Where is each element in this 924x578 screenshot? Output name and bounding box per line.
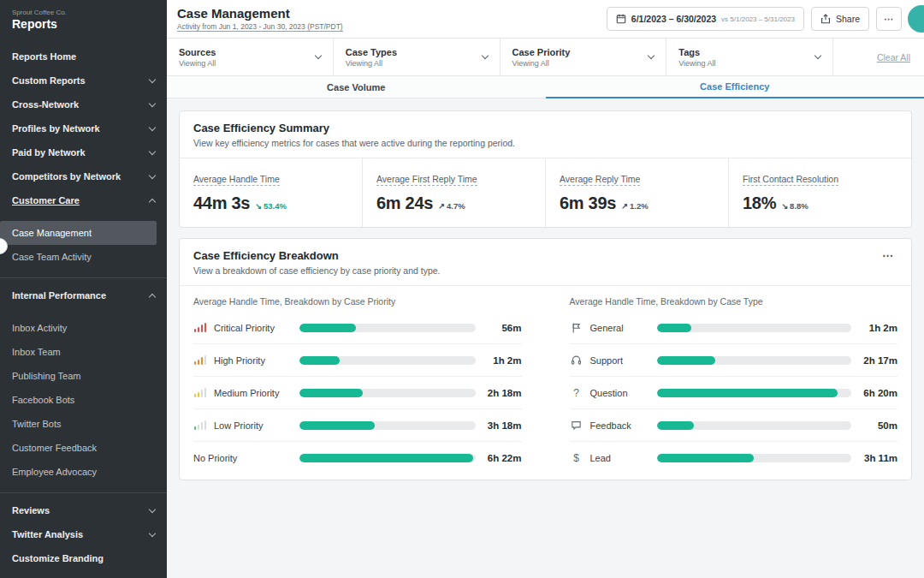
tab-case-volume[interactable]: Case Volume <box>167 76 546 98</box>
chevron-up-icon <box>149 293 156 300</box>
sidebar-item-label: Profiles by Network <box>12 123 100 134</box>
sidebar-item-facebook-bots[interactable]: Facebook Bots <box>0 388 167 412</box>
sidebar-item-label: Reviews <box>12 505 50 515</box>
report-tabs: Case Volume Case Efficiency <box>167 76 924 98</box>
app-window: Sprout Coffee Co. Reports Reports Home C… <box>0 0 924 578</box>
trend-up-icon: ↗ <box>438 201 445 211</box>
date-range-button[interactable]: 6/1/2023 – 6/30/2023 vs 5/1/2023 – 5/31/… <box>607 7 804 31</box>
sidebar: Sprout Coffee Co. Reports Reports Home C… <box>0 0 167 578</box>
priority-medium-icon <box>193 388 207 397</box>
priority-row-low: Low Priority 3h 18m <box>193 409 522 442</box>
sidebar-item-label: Employee Advocacy <box>12 467 97 477</box>
row-label: Medium Priority <box>214 388 293 398</box>
sidebar-item-custom-reports[interactable]: Custom Reports <box>0 69 167 92</box>
row-value: 1h 2m <box>858 323 897 333</box>
metric-label[interactable]: Average Handle Time <box>193 174 280 186</box>
row-value: 3h 11m <box>858 453 897 463</box>
sidebar-item-label: Case Team Activity <box>12 252 92 262</box>
filter-value: Viewing All <box>678 59 715 68</box>
metric-row: 6m 39s ↗1.2% <box>560 194 714 213</box>
sidebar-item-employee-advocacy[interactable]: Employee Advocacy <box>0 460 167 484</box>
clear-all-link[interactable]: Clear All <box>877 52 910 63</box>
breakdown-by-priority: Average Handle Time, Breakdown by Case P… <box>193 296 522 474</box>
chevron-down-icon <box>149 123 156 130</box>
bar-fill <box>299 356 340 365</box>
row-value: 56m <box>483 323 522 333</box>
filter-case-types[interactable]: Case Types Viewing All <box>334 39 500 75</box>
sidebar-item-label: Customer Care <box>12 195 80 206</box>
sidebar-item-customer-care[interactable]: Customer Care <box>0 188 167 212</box>
priority-row-none: No Priority 6h 22m <box>193 442 522 474</box>
row-label: Feedback <box>590 420 650 431</box>
headset-icon <box>570 355 583 366</box>
sidebar-item-case-management[interactable]: Case Management <box>0 221 157 245</box>
sidebar-item-reviews[interactable]: Reviews <box>0 492 167 522</box>
priority-row-critical: Critical Priority 56m <box>193 312 522 344</box>
delta-value: 4.7% <box>447 201 465 211</box>
card-subtitle: View key efficiency metrics for cases th… <box>193 138 515 148</box>
metric-delta: ↘8.8% <box>781 201 808 211</box>
sidebar-item-internal-performance[interactable]: Internal Performance <box>0 277 167 307</box>
breakdown-by-type: Average Handle Time, Breakdown by Case T… <box>570 296 898 474</box>
metric-label[interactable]: Average Reply Time <box>560 174 640 186</box>
sidebar-item-label: Publishing Team <box>12 371 81 381</box>
main-area: Case Management Activity from Jun 1, 202… <box>167 0 924 578</box>
sidebar-item-cross-network[interactable]: Cross-Network <box>0 92 167 116</box>
metric-delta: ↗4.7% <box>438 201 465 211</box>
sidebar-item-profiles-by-network[interactable]: Profiles by Network <box>0 116 167 140</box>
sidebar-item-label: Cross-Network <box>12 99 79 110</box>
filter-case-priority[interactable]: Case Priority Viewing All <box>500 39 667 75</box>
bar-fill <box>657 454 755 462</box>
sidebar-item-paid-by-network[interactable]: Paid by Network <box>0 140 167 164</box>
metric-average-reply-time: Average Reply Time 6m 39s ↗1.2% <box>546 158 729 227</box>
metric-first-contact-resolution: First Contact Resolution 18% ↘8.8% <box>729 158 911 227</box>
sidebar-title: Reports <box>0 16 167 45</box>
sidebar-item-competitors-by-network[interactable]: Competitors by Network <box>0 164 167 188</box>
filter-value: Viewing All <box>512 59 571 68</box>
chevron-down-icon <box>149 171 156 178</box>
priority-critical-icon <box>193 323 207 332</box>
filter-tags[interactable]: Tags Viewing All <box>666 39 833 75</box>
header-more-button[interactable]: ⋯ <box>876 7 902 31</box>
row-label: Lead <box>590 453 650 463</box>
metric-value: 44m 3s <box>193 194 250 213</box>
chevron-down-icon <box>149 529 156 536</box>
sidebar-item-twitter-analysis[interactable]: Twitter Analysis <box>0 522 167 546</box>
metric-row: 44m 3s ↘53.4% <box>193 194 348 213</box>
sidebar-item-customer-feedback[interactable]: Customer Feedback <box>0 436 167 460</box>
metric-label[interactable]: First Contact Resolution <box>743 174 838 186</box>
sidebar-item-twitter-bots[interactable]: Twitter Bots <box>0 412 167 436</box>
summary-metrics: Average Handle Time 44m 3s ↘53.4% Averag… <box>180 158 911 227</box>
card-title: Case Efficiency Breakdown <box>193 249 441 262</box>
sidebar-item-inbox-activity[interactable]: Inbox Activity <box>0 316 167 340</box>
type-row-feedback: Feedback 50m <box>570 409 898 442</box>
row-label: Low Priority <box>214 420 293 431</box>
row-value: 3h 18m <box>483 420 522 431</box>
sidebar-item-inbox-team[interactable]: Inbox Team <box>0 340 167 364</box>
tab-case-efficiency[interactable]: Case Efficiency <box>546 76 924 98</box>
sidebar-item-label: Twitter Analysis <box>12 529 83 539</box>
row-label: General <box>590 323 650 333</box>
title-block: Case Management Activity from Jun 1, 202… <box>177 6 343 32</box>
calendar-icon <box>616 14 626 24</box>
card-subtitle: View a breakdown of case efficiency by c… <box>193 265 441 276</box>
sidebar-item-reports-home[interactable]: Reports Home <box>0 45 167 69</box>
sidebar-item-case-team-activity[interactable]: Case Team Activity <box>0 245 167 269</box>
delta-value: 1.2% <box>630 201 649 211</box>
type-row-general: General 1h 2m <box>570 312 898 344</box>
dollar-icon: $ <box>570 453 583 463</box>
card-more-button[interactable]: ⋯ <box>879 249 897 262</box>
chevron-down-icon <box>481 52 488 59</box>
chevron-down-icon <box>814 52 821 59</box>
metric-label[interactable]: Average First Reply Time <box>376 174 477 186</box>
sidebar-item-customize-branding[interactable]: Customize Branding <box>0 546 167 570</box>
sidebar-item-publishing-team[interactable]: Publishing Team <box>0 364 167 388</box>
metric-value: 6m 39s <box>560 194 616 213</box>
priority-row-medium: Medium Priority 2h 18m <box>193 377 522 409</box>
chevron-down-icon <box>149 99 156 106</box>
filter-sources[interactable]: Sources Viewing All <box>167 39 334 75</box>
case-efficiency-breakdown-card: Case Efficiency Breakdown View a breakdo… <box>179 238 912 480</box>
share-button[interactable]: Share <box>811 7 869 31</box>
sidebar-item-label: Customer Feedback <box>12 443 97 453</box>
page-subtitle[interactable]: Activity from Jun 1, 2023 - Jun 30, 2023… <box>177 22 343 32</box>
